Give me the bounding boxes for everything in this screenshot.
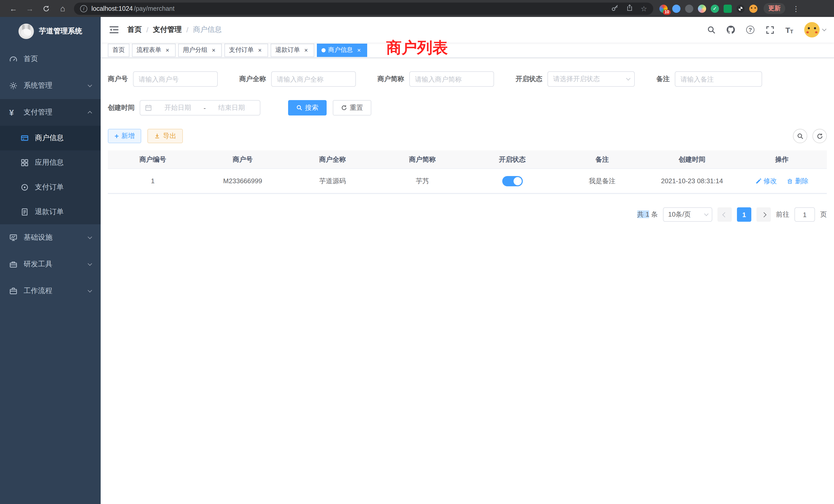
filter-merchant-no: 商户号 (108, 71, 218, 87)
filter-remark: 备注 (656, 71, 762, 87)
active-dot (322, 48, 326, 52)
button-label: 搜索 (305, 103, 319, 112)
sidebar-item-dev-tools[interactable]: 研发工具 (0, 251, 101, 278)
prev-page-button[interactable] (718, 207, 732, 222)
merchant-no-input[interactable] (133, 71, 218, 87)
search-button[interactable]: 搜索 (288, 100, 327, 115)
full-name-input[interactable] (271, 71, 356, 87)
export-button[interactable]: 导出 (147, 129, 183, 143)
status-toggle[interactable] (502, 176, 523, 186)
sidebar-item-home[interactable]: 首页 (0, 46, 101, 72)
link-label: 删除 (795, 176, 809, 186)
page-1-button[interactable]: 1 (737, 207, 751, 222)
sidebar-item-infrastructure[interactable]: 基础设施 (0, 224, 101, 251)
breadcrumb-payment[interactable]: 支付管理 (153, 25, 182, 35)
extension-icon-7[interactable] (737, 4, 745, 13)
extension-icon-2[interactable] (672, 4, 680, 13)
browser-update-button[interactable]: 更新 (764, 3, 785, 14)
next-page-button[interactable] (756, 207, 771, 222)
extension-badge: 10 (663, 9, 671, 15)
date-range-picker[interactable]: 开始日期 - 结束日期 (140, 100, 260, 115)
extension-icon-5[interactable] (711, 4, 719, 13)
page-info-icon[interactable] (80, 5, 87, 12)
extension-icon-3[interactable] (685, 4, 693, 13)
filter-status: 开启状态 请选择开启状态 (515, 71, 635, 87)
close-icon[interactable] (210, 46, 217, 54)
pagination: 共 1 条 10条/页 1 前往 页 (108, 207, 827, 222)
browser-home-icon[interactable] (56, 2, 69, 15)
app-logo[interactable]: 芋道管理系统 (0, 17, 101, 46)
short-name-input[interactable] (409, 71, 494, 87)
hamburger-icon[interactable] (109, 25, 119, 35)
sidebar-item-label: 首页 (24, 54, 38, 64)
edit-link[interactable]: 修改 (755, 176, 777, 186)
close-icon[interactable] (164, 46, 171, 54)
sidebar-item-refund-order[interactable]: 退款订单 (0, 200, 101, 224)
field-label: 商户简称 (377, 74, 404, 84)
close-icon[interactable] (355, 46, 363, 54)
delete-link[interactable]: 删除 (787, 176, 809, 186)
merchant-table: 商户编号 商户号 商户全称 商户简称 开启状态 备注 创建时间 操作 1 M23… (108, 151, 827, 194)
browser-reload-icon[interactable] (40, 2, 53, 15)
chevron-left-icon (722, 212, 727, 217)
github-icon[interactable] (726, 25, 736, 35)
tab-label: 流程表单 (137, 46, 161, 54)
sidebar-item-merchant-info[interactable]: 商户信息 (0, 126, 101, 151)
page-size-value: 10条/页 (668, 210, 691, 219)
page-size-select[interactable]: 10条/页 (663, 207, 712, 222)
refresh-table-button[interactable] (812, 129, 827, 143)
refresh-icon (816, 133, 823, 139)
header-search-icon[interactable] (707, 25, 716, 35)
add-button[interactable]: 新增 (108, 129, 141, 143)
close-icon[interactable] (256, 46, 263, 54)
tab-user-group[interactable]: 用户分组 (178, 43, 222, 57)
remark-input[interactable] (675, 71, 762, 87)
sidebar-item-system[interactable]: 系统管理 (0, 72, 101, 99)
column-header: 操作 (737, 155, 827, 164)
question-icon[interactable] (746, 25, 755, 35)
extension-icon-8[interactable] (749, 4, 758, 13)
bookmark-star-icon[interactable] (641, 4, 647, 13)
download-icon (154, 133, 160, 139)
monitor-icon (9, 233, 18, 242)
chevron-up-icon (88, 111, 92, 115)
toolbox-icon (9, 260, 18, 269)
share-icon[interactable] (626, 4, 634, 13)
tab-pay-order[interactable]: 支付订单 (224, 43, 268, 57)
reset-button[interactable]: 重置 (333, 100, 371, 115)
browser-back-icon[interactable] (7, 2, 20, 15)
font-size-icon[interactable] (785, 25, 794, 35)
column-header: 商户全称 (288, 155, 377, 164)
browser-menu-dots-icon[interactable] (789, 2, 803, 15)
breadcrumb-separator (186, 26, 189, 34)
sidebar-item-pay-order[interactable]: 支付订单 (0, 175, 101, 200)
date-start-placeholder: 开始日期 (154, 103, 202, 112)
tab-refund-order[interactable]: 退款订单 (271, 43, 314, 57)
cell-create-time: 2021-10-23 08:31:14 (647, 177, 737, 185)
close-icon[interactable] (303, 46, 310, 54)
chevron-down-icon (626, 76, 630, 81)
top-navbar: 首页 支付管理 商户信息 (101, 17, 834, 43)
tab-process-form[interactable]: 流程表单 (132, 43, 176, 57)
breadcrumb-home[interactable]: 首页 (127, 25, 142, 35)
sidebar-item-workflow[interactable]: 工作流程 (0, 278, 101, 304)
sidebar-item-payment[interactable]: 支付管理 (0, 99, 101, 126)
dashboard-icon (9, 55, 18, 63)
extension-icon-1[interactable]: 10 (659, 4, 667, 13)
sidebar-item-app-info[interactable]: 应用信息 (0, 151, 101, 175)
fullscreen-icon[interactable] (765, 25, 774, 35)
tab-merchant-info[interactable]: 商户信息 (317, 43, 367, 57)
sidebar-item-label: 研发工具 (24, 260, 52, 269)
user-menu[interactable] (804, 22, 826, 38)
avatar (804, 22, 820, 38)
browser-forward-icon[interactable] (23, 2, 37, 15)
password-key-icon[interactable] (611, 4, 619, 13)
goto-page-input[interactable] (794, 207, 815, 222)
hide-search-icon-button[interactable] (793, 129, 807, 143)
status-select[interactable]: 请选择开启状态 (547, 71, 635, 87)
extension-icon-4[interactable] (698, 4, 706, 13)
url-bar[interactable]: localhost:1024/pay/merchant (74, 2, 653, 15)
tab-home[interactable]: 首页 (108, 43, 129, 57)
extension-icon-6[interactable] (724, 4, 732, 13)
breadcrumb-separator (146, 26, 148, 34)
